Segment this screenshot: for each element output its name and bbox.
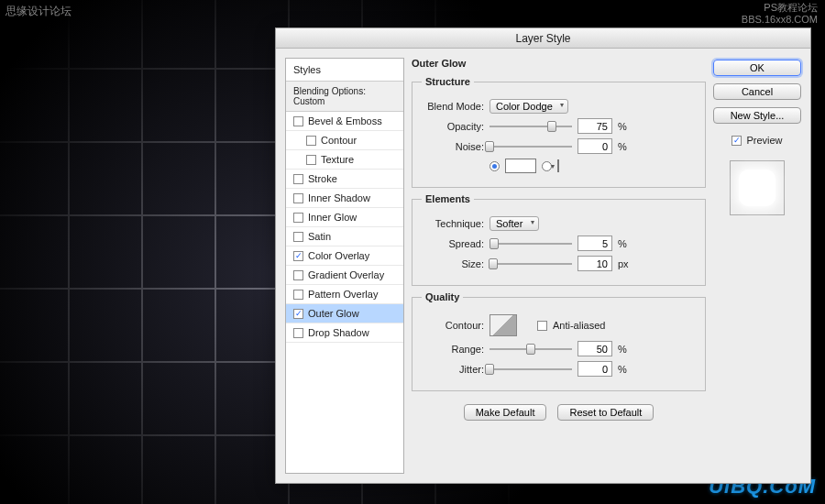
- preview-glow-icon: [739, 170, 776, 206]
- new-style-button[interactable]: New Style...: [713, 107, 801, 124]
- quality-group: Quality Contour: Anti-aliased Range: % J…: [412, 291, 706, 391]
- style-label: Pattern Overlay: [308, 289, 378, 300]
- style-row-texture[interactable]: Texture: [286, 150, 403, 170]
- style-checkbox[interactable]: [293, 193, 303, 203]
- contour-picker[interactable]: [490, 314, 517, 336]
- size-label: Size:: [422, 258, 484, 269]
- style-row-color-overlay[interactable]: ✓Color Overlay: [286, 247, 403, 266]
- style-label: Color Overlay: [308, 250, 369, 261]
- style-label: Inner Shadow: [308, 192, 370, 203]
- opacity-input[interactable]: [578, 118, 612, 134]
- style-checkbox[interactable]: [306, 155, 316, 165]
- style-checkbox[interactable]: [293, 213, 303, 223]
- style-checkbox[interactable]: [293, 116, 303, 126]
- style-row-gradient-overlay[interactable]: Gradient Overlay: [286, 266, 403, 285]
- style-label: Drop Shadow: [308, 327, 369, 338]
- opacity-unit: %: [618, 121, 634, 132]
- style-row-inner-shadow[interactable]: Inner Shadow: [286, 189, 403, 208]
- watermark-top-right: PS教程论坛 BBS.16xx8.COM: [742, 2, 818, 26]
- range-input[interactable]: [578, 341, 612, 356]
- style-checkbox[interactable]: [293, 270, 303, 280]
- style-row-outer-glow[interactable]: ✓Outer Glow: [286, 304, 403, 323]
- glow-color-swatch[interactable]: [505, 159, 536, 173]
- style-checkbox[interactable]: ✓: [293, 251, 303, 261]
- style-checkbox[interactable]: [293, 328, 303, 338]
- style-checkbox[interactable]: [306, 136, 316, 146]
- technique-select[interactable]: Softer: [490, 216, 539, 231]
- glow-gradient-radio[interactable]: [542, 161, 552, 171]
- contour-label: Contour:: [422, 320, 484, 331]
- preview-checkbox[interactable]: ✓: [732, 136, 742, 146]
- style-row-inner-glow[interactable]: Inner Glow: [286, 208, 403, 227]
- dialog-title: Layer Style: [276, 28, 810, 49]
- opacity-label: Opacity:: [422, 121, 484, 132]
- range-label: Range:: [422, 344, 484, 355]
- quality-legend: Quality: [422, 291, 463, 302]
- style-row-drop-shadow[interactable]: Drop Shadow: [286, 323, 403, 343]
- noise-input[interactable]: [578, 138, 612, 154]
- style-label: Gradient Overlay: [308, 269, 384, 280]
- blending-options-row[interactable]: Blending Options: Custom: [286, 82, 403, 112]
- layer-style-dialog: Layer Style Styles Blending Options: Cus…: [275, 27, 811, 484]
- reset-default-button[interactable]: Reset to Default: [557, 404, 654, 421]
- noise-unit: %: [618, 141, 634, 152]
- glow-gradient-picker[interactable]: [557, 159, 559, 172]
- elements-legend: Elements: [422, 193, 474, 204]
- jitter-slider[interactable]: [490, 364, 572, 375]
- jitter-label: Jitter:: [422, 364, 484, 375]
- range-unit: %: [618, 344, 634, 355]
- style-label: Contour: [321, 135, 357, 146]
- styles-header[interactable]: Styles: [286, 59, 403, 82]
- styles-panel: Styles Blending Options: Custom Bevel & …: [285, 58, 404, 474]
- style-label: Inner Glow: [308, 212, 357, 223]
- style-checkbox[interactable]: [293, 232, 303, 242]
- style-checkbox[interactable]: ✓: [293, 309, 303, 319]
- style-label: Bevel & Emboss: [308, 115, 382, 126]
- spread-label: Spread:: [422, 238, 484, 249]
- style-row-bevel-emboss[interactable]: Bevel & Emboss: [286, 112, 403, 131]
- noise-slider[interactable]: [490, 141, 572, 152]
- make-default-button[interactable]: Make Default: [464, 404, 547, 421]
- style-row-pattern-overlay[interactable]: Pattern Overlay: [286, 285, 403, 304]
- style-label: Stroke: [308, 173, 337, 184]
- jitter-unit: %: [618, 364, 634, 375]
- style-label: Texture: [321, 154, 354, 165]
- preview-thumbnail: [730, 160, 785, 215]
- technique-label: Technique:: [422, 218, 484, 229]
- settings-panel: Outer Glow Structure Blend Mode: Color D…: [412, 58, 706, 474]
- range-slider[interactable]: [490, 344, 572, 355]
- watermark-top-left: 思缘设计论坛: [6, 4, 72, 19]
- jitter-input[interactable]: [578, 361, 612, 377]
- style-row-contour[interactable]: Contour: [286, 131, 403, 150]
- size-slider[interactable]: [490, 258, 572, 269]
- spread-input[interactable]: [578, 236, 612, 251]
- panel-title: Outer Glow: [412, 58, 706, 69]
- size-input[interactable]: [578, 256, 612, 271]
- style-checkbox[interactable]: [293, 174, 303, 184]
- elements-group: Elements Technique: Softer Spread: %: [412, 193, 706, 286]
- spread-slider[interactable]: [490, 238, 572, 249]
- structure-group: Structure Blend Mode: Color Dodge Opacit…: [412, 76, 706, 188]
- spread-unit: %: [618, 238, 634, 249]
- preview-label: Preview: [746, 135, 782, 146]
- style-label: Satin: [308, 231, 331, 242]
- anti-aliased-checkbox[interactable]: [537, 321, 547, 331]
- opacity-slider[interactable]: [490, 121, 572, 132]
- cancel-button[interactable]: Cancel: [713, 83, 801, 100]
- noise-label: Noise:: [422, 141, 484, 152]
- size-unit: px: [618, 258, 634, 269]
- structure-legend: Structure: [422, 76, 474, 87]
- glow-color-radio[interactable]: [490, 161, 500, 171]
- style-checkbox[interactable]: [293, 290, 303, 300]
- blend-mode-select[interactable]: Color Dodge: [490, 99, 568, 114]
- style-label: Outer Glow: [308, 308, 359, 319]
- blend-mode-label: Blend Mode:: [422, 101, 484, 112]
- ok-button[interactable]: OK: [713, 60, 801, 76]
- anti-aliased-label: Anti-aliased: [553, 320, 605, 331]
- style-row-stroke[interactable]: Stroke: [286, 170, 403, 189]
- actions-column: OK Cancel New Style... ✓ Preview: [713, 58, 801, 474]
- style-row-satin[interactable]: Satin: [286, 227, 403, 247]
